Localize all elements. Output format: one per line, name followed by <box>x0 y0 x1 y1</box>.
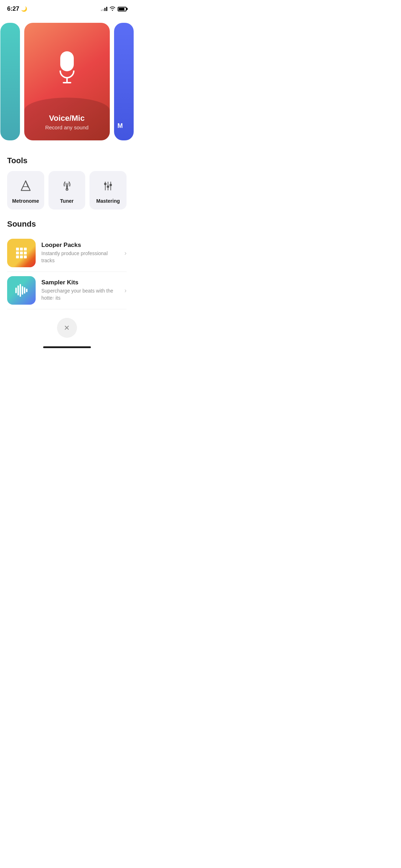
tool-metronome[interactable]: Metronome <box>7 171 44 210</box>
battery-icon <box>118 7 127 11</box>
sound-item-sampler[interactable]: Sampler Kits Supercharge your beats with… <box>7 272 127 309</box>
tool-tuner-label: Tuner <box>60 198 74 204</box>
moon-icon: 🌙 <box>21 6 27 12</box>
tools-grid: Metronome Tuner <box>7 171 127 210</box>
svg-point-8 <box>107 186 109 188</box>
tool-tuner[interactable]: Tuner <box>48 171 86 210</box>
metronome-icon <box>18 178 34 194</box>
tools-section-title: Tools <box>7 156 127 165</box>
carousel-card-left[interactable] <box>0 23 20 140</box>
waveform-icon <box>15 284 27 297</box>
looper-thumb <box>7 239 36 267</box>
tool-mastering-label: Mastering <box>96 198 120 204</box>
mastering-icon <box>100 178 116 194</box>
sampler-desc: Supercharge your beats with the hotter i… <box>41 288 119 301</box>
tool-metronome-label: Metronome <box>12 198 39 204</box>
svg-marker-0 <box>21 181 30 191</box>
sampler-info: Sampler Kits Supercharge your beats with… <box>41 279 119 301</box>
looper-chevron: › <box>124 249 127 257</box>
status-bar: 6:27 🌙 <box>0 0 134 16</box>
sound-item-looper[interactable]: Looper Packs Instantly produce professio… <box>7 234 127 272</box>
looper-grid-icon <box>16 248 27 258</box>
close-button-wrapper: ✕ <box>0 318 134 338</box>
home-bar <box>43 346 91 348</box>
svg-point-9 <box>109 184 112 186</box>
sounds-section: Sounds Looper Packs Instantly produce pr… <box>0 210 134 309</box>
sampler-chevron: › <box>124 287 127 294</box>
signal-icon <box>101 7 107 11</box>
svg-point-7 <box>104 183 107 185</box>
tools-section: Tools Metronome T <box>0 148 134 210</box>
card-subtitle: Record any sound <box>45 124 89 130</box>
time-label: 6:27 <box>7 5 19 12</box>
sounds-section-title: Sounds <box>7 219 127 229</box>
carousel-card-right[interactable]: M <box>114 23 134 140</box>
status-time: 6:27 🌙 <box>7 5 27 12</box>
close-icon: ✕ <box>64 324 70 331</box>
status-icons <box>101 6 127 12</box>
svg-line-1 <box>26 181 28 187</box>
tuner-icon <box>59 178 75 194</box>
right-card-label: M <box>114 122 123 130</box>
looper-desc: Instantly produce professional tracks <box>41 250 119 264</box>
card-title: Voice/Mic <box>49 114 85 123</box>
microphone-icon <box>55 51 79 83</box>
looper-name: Looper Packs <box>41 242 119 249</box>
carousel-section: Voice/Mic Record any sound M <box>0 16 134 148</box>
sampler-thumb <box>7 276 36 305</box>
home-indicator <box>0 343 134 354</box>
tool-mastering[interactable]: Mastering <box>89 171 127 210</box>
wifi-icon <box>109 6 115 12</box>
sampler-name: Sampler Kits <box>41 279 119 286</box>
looper-info: Looper Packs Instantly produce professio… <box>41 242 119 264</box>
carousel-card-center[interactable]: Voice/Mic Record any sound <box>24 23 110 140</box>
close-button[interactable]: ✕ <box>57 318 77 338</box>
